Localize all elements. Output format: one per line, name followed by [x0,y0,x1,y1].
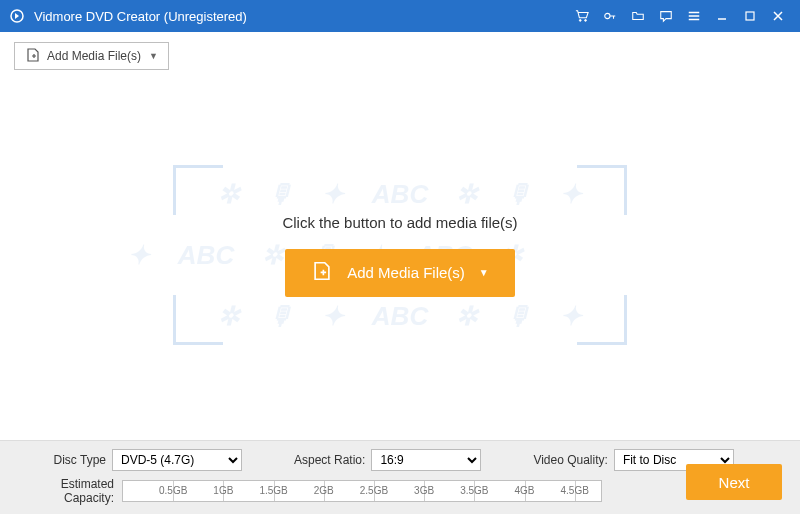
add-media-button-small[interactable]: Add Media File(s) ▼ [14,42,169,70]
tick-label: 0.5GB [159,485,187,496]
tick-label: 4.5GB [561,485,589,496]
add-media-button-small-label: Add Media File(s) [47,49,141,63]
drop-hint-text: Click the button to add media file(s) [282,214,517,231]
main-area: ✲🎙✦ABC✲🎙✦ ✦ABC✲🎙✦ABC✲ ✲🎙✦ABC✲🎙✦ Click th… [0,70,800,440]
chevron-down-icon: ▼ [479,267,489,278]
add-file-icon [25,47,41,66]
tick-label: 1.5GB [259,485,287,496]
add-media-button-big-label: Add Media File(s) [347,264,465,281]
svg-rect-4 [746,12,754,20]
add-media-button-big[interactable]: Add Media File(s) ▼ [285,249,514,297]
drop-corner-icon [173,295,223,345]
folder-icon[interactable] [628,6,648,26]
next-button[interactable]: Next [686,464,782,500]
capacity-label: Estimated Capacity: [18,477,114,505]
aspect-ratio-select[interactable]: 16:9 [371,449,481,471]
tick-label: 2GB [314,485,334,496]
disc-type-select[interactable]: DVD-5 (4.7G) [112,449,242,471]
aspect-ratio-label: Aspect Ratio: [294,453,365,467]
tick-label: 4GB [515,485,535,496]
add-file-icon [311,260,333,285]
minimize-icon[interactable] [712,6,732,26]
tick-label: 1GB [213,485,233,496]
cart-icon[interactable] [572,6,592,26]
titlebar: Vidmore DVD Creator (Unregistered) [0,0,800,32]
drop-zone[interactable]: Click the button to add media file(s) Ad… [130,155,670,355]
feedback-icon[interactable] [656,6,676,26]
svg-point-3 [605,13,610,18]
key-icon[interactable] [600,6,620,26]
drop-corner-icon [577,295,627,345]
svg-point-2 [585,20,587,22]
drop-corner-icon [173,165,223,215]
chevron-down-icon: ▼ [149,51,158,61]
app-logo-icon [8,7,26,25]
toolbar: Add Media File(s) ▼ [0,32,800,70]
svg-point-1 [579,20,581,22]
tick-label: 3.5GB [460,485,488,496]
close-icon[interactable] [768,6,788,26]
disc-type-label: Disc Type [18,453,106,467]
tick-label: 3GB [414,485,434,496]
maximize-icon[interactable] [740,6,760,26]
video-quality-label: Video Quality: [533,453,608,467]
bottom-panel: Disc Type DVD-5 (4.7G) Aspect Ratio: 16:… [0,440,800,514]
drop-corner-icon [577,165,627,215]
tick-label: 2.5GB [360,485,388,496]
app-title: Vidmore DVD Creator (Unregistered) [34,9,247,24]
capacity-scale: 0.5GB 1GB 1.5GB 2GB 2.5GB 3GB 3.5GB 4GB … [122,480,602,502]
menu-icon[interactable] [684,6,704,26]
